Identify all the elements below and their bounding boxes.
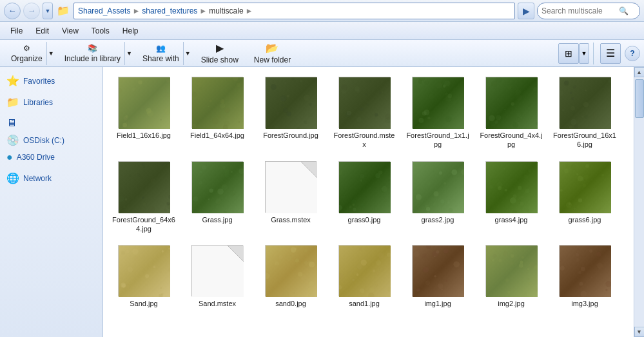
file-item[interactable]: ForestGround_64x64.jpg (108, 157, 179, 238)
svg-point-109 (507, 85, 512, 90)
svg-point-49 (286, 111, 291, 116)
view-options-button[interactable]: ⊞ (558, 43, 579, 64)
organize-main[interactable]: ⚙ Organize (5, 42, 46, 65)
scroll-thumb[interactable] (635, 79, 644, 118)
file-item[interactable]: ForestGround_1x1.jpg (402, 72, 473, 154)
svg-point-165 (166, 202, 170, 205)
svg-point-79 (355, 86, 360, 91)
file-item[interactable]: sand0.jpg (255, 240, 326, 313)
svg-point-183 (199, 170, 202, 173)
svg-point-235 (526, 208, 529, 211)
include-main[interactable]: 📚 Include in library (58, 42, 124, 65)
organize-button[interactable]: ⚙ Organize ▼ (4, 41, 56, 66)
file-item[interactable]: grass2.jpg (402, 157, 473, 238)
svg-point-75 (366, 104, 369, 106)
svg-point-253 (520, 202, 524, 206)
menu-file[interactable]: File (5, 25, 28, 37)
menu-help[interactable]: Help (117, 25, 144, 37)
svg-point-48 (304, 121, 307, 124)
view-dropdown-button[interactable]: ▼ (579, 43, 589, 64)
svg-point-82 (341, 89, 346, 94)
refresh-button[interactable]: ▶ (518, 3, 534, 19)
help-button[interactable]: ? (625, 46, 640, 61)
svg-point-206 (349, 205, 352, 208)
sidebar-item-favorites[interactable]: ⭐ Favorites (0, 72, 102, 90)
breadcrumb-shared-assets[interactable]: Shared_Assets (78, 6, 130, 15)
svg-rect-0 (119, 77, 170, 129)
svg-point-67 (339, 110, 344, 114)
scroll-up-button[interactable]: ▲ (634, 67, 645, 77)
sidebar-item-osdisk[interactable]: 💿 OSDisk (C:) (0, 131, 102, 149)
file-item[interactable]: grass6.jpg (549, 157, 620, 238)
file-item[interactable]: img1.jpg (402, 240, 473, 313)
menu-tools[interactable]: Tools (86, 25, 115, 37)
slide-show-button[interactable]: ▶ Slide show (194, 41, 246, 66)
svg-point-184 (217, 188, 224, 195)
file-thumbnail (485, 77, 537, 128)
scroll-track[interactable] (635, 78, 644, 326)
svg-point-226 (447, 201, 450, 204)
file-item[interactable]: Grass.mstex (255, 157, 326, 238)
preview-pane-button[interactable]: ☰ (600, 43, 621, 64)
file-item[interactable]: ForestGround_4x4.jpg (476, 72, 547, 154)
share-dropdown[interactable]: ▼ (183, 42, 192, 65)
sidebar-item-network[interactable]: 🌐 Network (0, 169, 102, 187)
svg-point-57 (304, 95, 310, 101)
svg-point-131 (572, 111, 575, 114)
sidebar-network-label: Network (23, 174, 52, 183)
search-input[interactable] (542, 6, 619, 15)
menu-view[interactable]: View (57, 25, 84, 37)
svg-point-47 (310, 102, 316, 108)
svg-point-361 (413, 293, 415, 295)
svg-point-360 (436, 250, 439, 253)
sidebar-item-a360[interactable]: ● A360 Drive (0, 149, 102, 166)
svg-point-339 (378, 253, 384, 258)
file-item[interactable]: Grass.jpg (182, 157, 253, 238)
svg-point-254 (489, 185, 493, 189)
scroll-down-button[interactable]: ▼ (634, 327, 645, 337)
file-item[interactable]: sand1.jpg (329, 240, 400, 313)
file-item[interactable]: grass4.jpg (476, 157, 547, 238)
svg-point-338 (359, 247, 362, 251)
svg-point-334 (375, 271, 378, 275)
menu-edit[interactable]: Edit (30, 25, 54, 37)
svg-point-272 (583, 174, 589, 179)
svg-point-155 (149, 206, 155, 213)
share-label: Share with (142, 54, 179, 63)
nav-history-dropdown[interactable]: ▼ (43, 3, 53, 19)
file-item[interactable]: Field1_16x16.jpg (108, 72, 179, 154)
search-icon[interactable]: 🔍 (619, 6, 629, 15)
sidebar-item-libraries[interactable]: 📁 Libraries (0, 93, 102, 111)
share-main[interactable]: 👥 Share with (136, 42, 183, 65)
share-with-button[interactable]: 👥 Share with ▼ (135, 41, 193, 66)
svg-point-16 (138, 81, 142, 84)
include-in-library-button[interactable]: 📚 Include in library ▼ (57, 41, 134, 66)
breadcrumb-shared-textures[interactable]: shared_textures (142, 6, 197, 15)
svg-point-203 (353, 209, 356, 212)
svg-point-144 (594, 113, 596, 115)
osdisk-icon: 💿 (6, 134, 19, 146)
file-item[interactable]: ForestGround.mstex (329, 72, 400, 154)
file-item[interactable]: img2.jpg (476, 240, 547, 313)
forward-button[interactable]: → (23, 3, 40, 19)
svg-point-145 (569, 125, 572, 128)
organize-dropdown[interactable]: ▼ (46, 42, 55, 65)
file-item[interactable]: ForestGround_16x16.jpg (549, 72, 620, 154)
svg-point-353 (434, 256, 435, 257)
include-dropdown[interactable]: ▼ (124, 42, 133, 65)
file-item[interactable]: Sand.jpg (108, 240, 179, 313)
file-item[interactable]: grass0.jpg (329, 157, 400, 238)
breadcrumb[interactable]: Shared_Assets ► shared_textures ► multis… (73, 3, 515, 19)
new-folder-button[interactable]: 📂 New folder (247, 41, 298, 66)
back-button[interactable]: ← (4, 3, 21, 19)
file-item[interactable]: ForestGround.jpg (255, 72, 326, 154)
svg-point-209 (381, 188, 382, 189)
file-item[interactable]: Sand.mstex (182, 240, 253, 313)
svg-point-102 (443, 84, 446, 88)
menu-bar: File Edit View Tools Help (0, 22, 644, 40)
file-item[interactable]: img3.jpg (549, 240, 620, 313)
svg-point-23 (224, 108, 229, 113)
sidebar-item-computer[interactable]: 🖥 (0, 115, 102, 131)
file-item[interactable]: Field1_64x64.jpg (182, 72, 253, 154)
svg-point-118 (516, 95, 523, 101)
